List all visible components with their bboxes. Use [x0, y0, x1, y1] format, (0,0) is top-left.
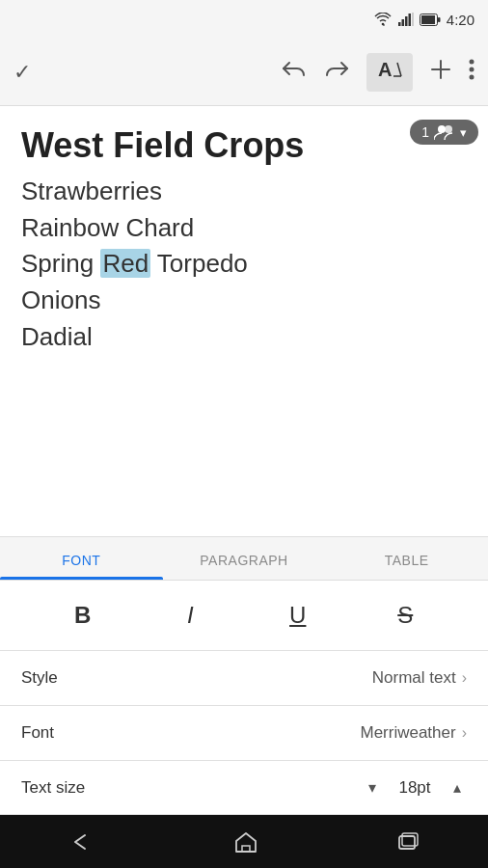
add-icon[interactable] [430, 59, 451, 86]
svg-rect-4 [408, 14, 411, 26]
svg-point-18 [445, 125, 452, 133]
svg-point-16 [470, 74, 474, 79]
svg-rect-1 [398, 22, 401, 26]
status-bar: 4:20 [0, 0, 488, 39]
undo-icon[interactable] [282, 59, 307, 86]
svg-point-0 [381, 23, 384, 26]
italic-button[interactable]: I [169, 594, 211, 637]
battery-icon [420, 14, 441, 26]
svg-rect-19 [242, 846, 250, 852]
tab-bar: FONT PARAGRAPH TABLE [0, 537, 488, 581]
font-value: Merriweather [360, 723, 455, 743]
collaborator-badge[interactable]: 1 ▾ [410, 120, 478, 145]
line-onions: Onions [21, 285, 100, 314]
svg-line-10 [397, 63, 401, 76]
highlighted-red: Red [100, 249, 150, 278]
text-size-increase-icon[interactable]: ▴ [447, 774, 467, 800]
line-torpedo: Torpedo [150, 249, 248, 278]
format-buttons-row: B I U S [0, 581, 488, 651]
style-value: Normal text [372, 668, 456, 688]
svg-text:A: A [378, 59, 392, 80]
svg-rect-5 [412, 13, 414, 26]
line-radish-partial: Dadial [21, 322, 93, 351]
svg-point-14 [470, 59, 474, 64]
svg-rect-8 [438, 17, 441, 22]
strikethrough-button[interactable]: S [384, 594, 426, 637]
text-size-row: Text size ▾ 18pt ▴ [0, 761, 488, 815]
home-button[interactable] [233, 830, 258, 854]
font-row[interactable]: Font Merriweather › [0, 706, 488, 761]
svg-point-15 [470, 67, 474, 71]
svg-rect-7 [421, 15, 435, 24]
redo-icon[interactable] [324, 59, 349, 86]
wifi-icon [373, 13, 393, 26]
tab-table[interactable]: TABLE [325, 537, 488, 580]
text-size-label: Text size [21, 778, 85, 798]
bottom-panel: FONT PARAGRAPH TABLE B I U S Style Norma… [0, 536, 488, 815]
style-value-group: Normal text › [372, 668, 467, 688]
collab-count: 1 [421, 124, 429, 140]
font-chevron-icon: › [462, 724, 467, 742]
underline-button[interactable]: U [277, 594, 319, 637]
tab-font[interactable]: FONT [0, 537, 163, 580]
svg-point-17 [438, 125, 446, 133]
navigation-bar [0, 815, 488, 868]
font-value-group: Merriweather › [360, 723, 467, 743]
signal-icon [398, 13, 414, 26]
svg-rect-3 [405, 16, 408, 26]
document-area: West Field Crops Strawberries Rainbow Ch… [0, 106, 488, 362]
check-icon[interactable]: ✓ [14, 60, 31, 85]
text-size-controls: ▾ 18pt ▴ [363, 774, 467, 800]
line-rainbow-chard: Rainbow Chard [21, 213, 194, 242]
document-content: Strawberries Rainbow Chard Spring Red To… [21, 174, 467, 355]
recents-button[interactable] [397, 832, 419, 852]
line-spring: Spring [21, 249, 100, 278]
svg-rect-2 [401, 19, 404, 26]
toolbar: ✓ A [0, 39, 488, 106]
line-strawberries: Strawberries [21, 176, 162, 205]
collab-chevron-icon: ▾ [460, 125, 467, 140]
more-options-icon[interactable] [469, 59, 474, 86]
font-label: Font [21, 723, 54, 743]
back-button[interactable] [69, 831, 95, 853]
text-size-value: 18pt [395, 778, 434, 798]
text-size-decrease-icon[interactable]: ▾ [363, 774, 382, 800]
collaborators-icon [434, 124, 455, 140]
style-label: Style [21, 668, 58, 688]
style-chevron-icon: › [462, 669, 467, 687]
tab-paragraph[interactable]: PARAGRAPH [163, 537, 326, 580]
status-time: 4:20 [447, 12, 474, 28]
format-text-icon[interactable]: A [366, 53, 413, 92]
document-title: West Field Crops [21, 125, 467, 166]
style-row[interactable]: Style Normal text › [0, 651, 488, 706]
bold-button[interactable]: B [62, 594, 104, 637]
